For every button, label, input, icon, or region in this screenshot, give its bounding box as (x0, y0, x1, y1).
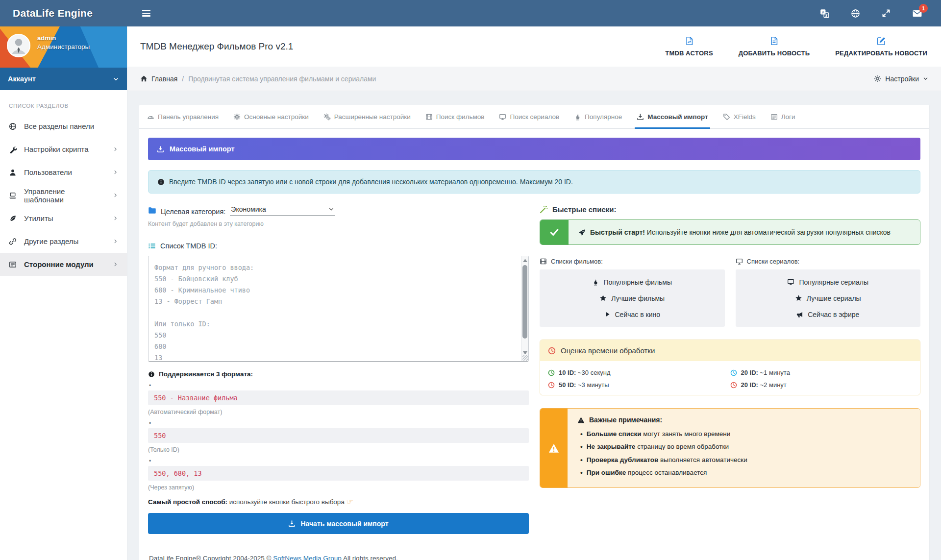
globe-icon[interactable] (851, 9, 860, 18)
add-news-button[interactable]: ДОБАВИТЬ НОВОСТЬ (739, 36, 810, 57)
format-bullet: • (149, 382, 529, 389)
movie-lists-title: Списки фильмов: (540, 258, 725, 265)
list-icon (770, 113, 778, 121)
time-estimate: 50 ID: ~3 минуты (548, 381, 730, 389)
file-chart-icon (685, 36, 694, 46)
settings-dropdown[interactable]: Настройки (874, 75, 928, 83)
quick-start-alert: Быстрый старт! Используйте кнопки ниже д… (540, 219, 920, 245)
rocket-icon (578, 229, 586, 236)
sidebar-item-other-sections[interactable]: Другие разделы (0, 230, 127, 253)
page-header: TMDB Менеджер Фильмов Pro v2.1 TMDB ACTO… (127, 26, 941, 67)
sidebar: admin Администраторы Аккаунт СПИСОК РАЗД… (0, 26, 127, 560)
chevron-right-icon (113, 262, 118, 267)
wrench-icon (9, 146, 17, 153)
tab-bar: Панель управления Основные настройки Рас… (139, 105, 929, 129)
resize-grip[interactable] (522, 355, 528, 361)
home-icon (140, 75, 148, 82)
clock-icon (548, 369, 555, 376)
sidebar-item-utilities[interactable]: Утилиты (0, 207, 127, 230)
tab-basic-settings[interactable]: Основные настройки (233, 105, 309, 128)
tmdb-actors-button[interactable]: TMDB ACTORS (665, 36, 713, 57)
fullscreen-icon[interactable] (882, 9, 891, 18)
textarea-scrollbar[interactable] (521, 256, 528, 361)
sidebar-item-users[interactable]: Пользователи (0, 161, 127, 184)
breadcrumb-home[interactable]: Главная (140, 75, 177, 83)
account-dropdown[interactable]: Аккаунт (0, 68, 127, 90)
tab-movie-search[interactable]: Поиск фильмов (425, 105, 485, 128)
tab-mass-import[interactable]: Массовый импорт (637, 105, 708, 128)
chevron-right-icon (113, 146, 118, 152)
tab-series-search[interactable]: Поиск сериалов (499, 105, 559, 128)
format-bullet: • (149, 458, 529, 464)
time-estimate: 20 ID: ~2 минут (730, 381, 913, 389)
warning-item: Большие списки могут занять много времен… (577, 428, 910, 440)
mail-icon[interactable]: 1 (912, 8, 922, 19)
sidebar-item-script-settings[interactable]: Настройки скрипта (0, 138, 127, 161)
panel-header: Массовый импорт (148, 138, 920, 160)
link-icon (9, 238, 17, 245)
important-notes-alert: Важные примечания: Большие списки могут … (540, 408, 920, 488)
megaphone-icon (796, 311, 803, 318)
movie-lists-panel: Популярные фильмы Лучшие фильмы Сейчас в… (540, 269, 725, 327)
format-caption: (Через запятую) (148, 484, 529, 491)
star-icon (599, 294, 607, 302)
on-air-button[interactable]: Сейчас в эфире (736, 306, 921, 322)
film-icon (425, 113, 433, 121)
format-bullet: • (149, 420, 529, 427)
warning-item: Не закрывайте страницу во время обработк… (577, 440, 910, 453)
edit-icon (877, 36, 886, 46)
magic-wand-icon (540, 205, 548, 214)
tmdb-id-textarea[interactable] (148, 256, 529, 362)
info-alert: Введите TMDB ID через запятую или с ново… (148, 170, 920, 194)
download-icon (288, 520, 296, 527)
avatar[interactable] (7, 34, 30, 57)
sidebar-item-third-party-modules[interactable]: Сторонние модули (0, 253, 127, 276)
tab-advanced-settings[interactable]: Расширенные настройки (323, 105, 411, 128)
leaf-icon (9, 215, 17, 222)
tab-popular[interactable]: Популярное (574, 105, 622, 128)
sidebar-nav: Все разделы панели Настройки скрипта Пол… (0, 115, 127, 276)
flame-icon (592, 279, 599, 286)
list-icon (148, 242, 156, 250)
mail-badge: 1 (919, 4, 928, 13)
tab-xfields[interactable]: XFields (723, 105, 756, 128)
softnews-link[interactable]: SoftNews Media Group (273, 555, 342, 560)
warning-item: При ошибке процесс останавливается (577, 466, 910, 479)
chevron-down-icon (113, 76, 119, 82)
chevron-right-icon (113, 216, 118, 221)
top-series-button[interactable]: Лучшие сериалы (736, 290, 921, 306)
now-playing-button[interactable]: Сейчас в кино (540, 306, 725, 322)
monitor-icon (787, 278, 794, 286)
time-estimate: 20 ID: ~1 минута (730, 369, 913, 376)
chevron-right-icon (113, 170, 118, 175)
check-icon (540, 220, 569, 244)
top-movies-button[interactable]: Лучшие фильмы (540, 290, 725, 306)
hamburger-menu-button[interactable] (139, 7, 153, 20)
gear-icon (874, 75, 881, 82)
app-logo[interactable]: DataLife Engine (0, 7, 127, 19)
folder-icon (148, 206, 156, 215)
sidebar-item-all-sections[interactable]: Все разделы панели (0, 115, 127, 138)
speedometer-icon (147, 113, 154, 121)
topbar: DataLife Engine 1 (0, 0, 941, 26)
edit-news-button[interactable]: РЕДАКТИРОВАТЬ НОВОСТИ (835, 36, 927, 57)
start-import-button[interactable]: Начать массовый импорт (148, 513, 529, 534)
tab-logs[interactable]: Логи (770, 105, 795, 128)
sidebar-item-templates[interactable]: Управление шаблонами (0, 184, 127, 207)
tmdb-list-label: Список TMDB ID: (148, 242, 529, 250)
account-label: Аккаунт (8, 75, 36, 83)
gears-icon (323, 113, 331, 121)
category-select[interactable]: Экономика (230, 205, 335, 216)
user-card: admin Администраторы (0, 26, 127, 68)
pointing-finger-icon: ☞ (347, 497, 353, 506)
translate-icon[interactable] (820, 9, 829, 18)
tab-dashboard[interactable]: Панель управления (147, 105, 219, 128)
laptop-icon (9, 192, 17, 199)
popular-series-button[interactable]: Популярные сериалы (736, 274, 921, 290)
chevron-right-icon (113, 193, 118, 198)
scrollbar-thumb[interactable] (522, 265, 527, 339)
popular-movies-button[interactable]: Популярные фильмы (540, 274, 725, 290)
formats-title: Поддерживается 3 формата: (148, 370, 529, 378)
quick-hint: Самый простой способ: используйте кнопки… (148, 497, 529, 506)
chevron-down-icon (328, 206, 334, 212)
